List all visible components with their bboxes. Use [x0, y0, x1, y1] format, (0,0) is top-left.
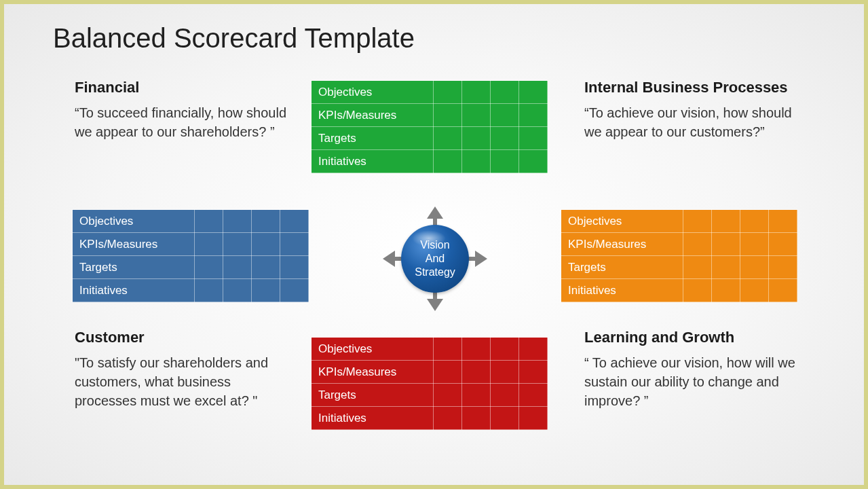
cell — [712, 210, 740, 233]
row-kpis: KPIs/Measures — [73, 233, 195, 256]
row-objectives: Objectives — [561, 210, 683, 233]
cell — [712, 233, 740, 256]
cell — [491, 407, 519, 430]
table-financial: Objectives KPIs/Measures Targets Initiat… — [311, 80, 548, 173]
cell — [740, 256, 769, 279]
cell — [683, 233, 712, 256]
cell — [434, 104, 462, 127]
arrow-left-icon — [383, 251, 395, 267]
cell — [280, 279, 309, 302]
arrow-down-icon — [427, 299, 443, 311]
cell — [462, 338, 491, 361]
cell — [280, 233, 309, 256]
cell — [462, 150, 491, 173]
cell — [434, 81, 462, 104]
cell — [491, 384, 519, 407]
cell — [519, 81, 548, 104]
row-initiatives: Initiatives — [312, 407, 434, 430]
cell — [683, 279, 712, 302]
cell — [740, 210, 769, 233]
cell — [491, 81, 519, 104]
hub-group: Vision And Strategy — [384, 208, 486, 310]
cell — [491, 104, 519, 127]
cell — [223, 210, 252, 233]
perspective-customer: Customer "To satisfy our shareholders an… — [75, 329, 292, 410]
cell — [491, 361, 519, 384]
perspective-learning: Learning and Growth “ To achieve our vis… — [584, 329, 801, 410]
row-initiatives: Initiatives — [73, 279, 195, 302]
cell — [223, 256, 252, 279]
row-initiatives: Initiatives — [312, 150, 434, 173]
cell — [223, 233, 252, 256]
cell — [462, 361, 491, 384]
cell — [434, 150, 462, 173]
cell — [491, 338, 519, 361]
cell — [195, 210, 223, 233]
cell — [491, 127, 519, 150]
hub-line1: Vision — [420, 239, 449, 251]
internal-heading: Internal Business Processes — [584, 79, 801, 96]
row-objectives: Objectives — [73, 210, 195, 233]
cell — [195, 233, 223, 256]
cell — [769, 210, 797, 233]
arrow-up-icon — [427, 206, 443, 219]
internal-desc: “To achieve our vision, how should we ap… — [584, 103, 801, 141]
cell — [462, 384, 491, 407]
cell — [195, 279, 223, 302]
cell — [519, 384, 548, 407]
page-title: Balanced Scorecard Template — [53, 23, 415, 54]
table-customer: Objectives KPIs/Measures Targets Initiat… — [72, 209, 309, 302]
cell — [462, 81, 491, 104]
customer-desc: "To satisfy our shareholders and custome… — [75, 353, 292, 410]
cell — [683, 256, 712, 279]
cell — [519, 150, 548, 173]
cell — [519, 407, 548, 430]
cell — [519, 338, 548, 361]
row-objectives: Objectives — [312, 338, 434, 361]
cell — [434, 361, 462, 384]
cell — [252, 210, 280, 233]
table-learning: Objectives KPIs/Measures Targets Initiat… — [311, 337, 548, 430]
row-targets: Targets — [561, 256, 683, 279]
cell — [434, 338, 462, 361]
cell — [491, 150, 519, 173]
cell — [712, 279, 740, 302]
arrow-right-icon — [475, 251, 487, 267]
perspective-financial: Financial “To succeed financially, how s… — [75, 79, 292, 141]
cell — [280, 210, 309, 233]
cell — [462, 104, 491, 127]
financial-heading: Financial — [75, 79, 292, 96]
financial-desc: “To succeed financially, how should we a… — [75, 103, 292, 141]
cell — [434, 384, 462, 407]
cell — [252, 256, 280, 279]
cell — [462, 127, 491, 150]
cell — [519, 361, 548, 384]
slide-canvas: Balanced Scorecard Template Financial “T… — [4, 4, 864, 485]
cell — [519, 104, 548, 127]
cell — [252, 233, 280, 256]
table-internal: Objectives KPIs/Measures Targets Initiat… — [561, 209, 797, 302]
row-kpis: KPIs/Measures — [561, 233, 683, 256]
learning-heading: Learning and Growth — [584, 329, 801, 346]
row-kpis: KPIs/Measures — [312, 104, 434, 127]
row-targets: Targets — [73, 256, 195, 279]
row-initiatives: Initiatives — [561, 279, 683, 302]
customer-heading: Customer — [75, 329, 292, 346]
cell — [434, 407, 462, 430]
learning-desc: “ To achieve our vision, how will we sus… — [584, 353, 801, 410]
cell — [769, 279, 797, 302]
cell — [434, 127, 462, 150]
cell — [769, 233, 797, 256]
hub-label: Vision And Strategy — [415, 238, 455, 279]
cell — [769, 256, 797, 279]
cell — [462, 407, 491, 430]
cell — [195, 256, 223, 279]
row-targets: Targets — [312, 127, 434, 150]
row-targets: Targets — [312, 384, 434, 407]
cell — [740, 233, 769, 256]
row-kpis: KPIs/Measures — [312, 361, 434, 384]
hub-line3: Strategy — [415, 266, 455, 278]
perspective-internal: Internal Business Processes “To achieve … — [584, 79, 801, 141]
cell — [280, 256, 309, 279]
cell — [712, 256, 740, 279]
